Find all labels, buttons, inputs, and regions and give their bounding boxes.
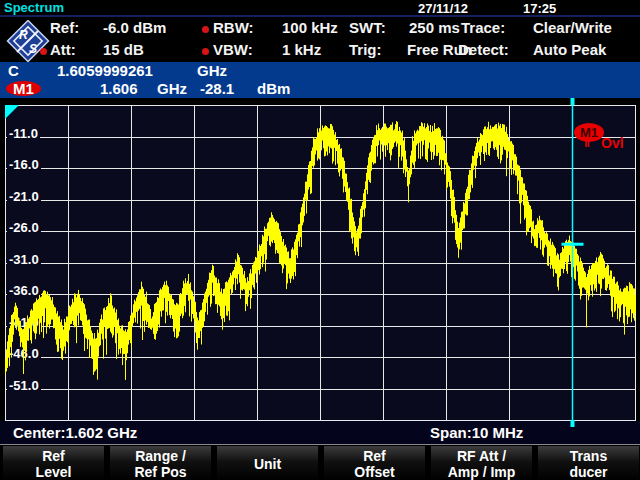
y-axis-label: -41.0 xyxy=(7,315,41,330)
setting-attenuation: Att:15 dB xyxy=(50,41,144,58)
softkey-transducer[interactable]: Transducer xyxy=(538,446,639,480)
spectrum-analyzer-screen: Spectrum 27/11/12 17:25 R S Ref:-6.0 dBm… xyxy=(0,0,640,480)
softkey-ref-level[interactable]: RefLevel xyxy=(3,446,104,480)
marker-ticks-icon: ‖ xyxy=(584,136,591,150)
softkey-rf-att-amp-imp[interactable]: RF Att /Amp / Imp xyxy=(431,446,532,480)
overload-label: Ovl xyxy=(601,135,624,151)
marker-readout-box: C 1.6059999261 GHz M1 1.606 GHz -28.1 dB… xyxy=(0,62,640,98)
svg-text:R: R xyxy=(19,28,28,42)
y-axis-label: -11.0 xyxy=(7,126,40,141)
setting-detector: Detect:Auto Peak xyxy=(458,41,606,58)
coupled-dot-icon xyxy=(202,48,209,55)
rohde-schwarz-logo-icon: R S xyxy=(5,20,51,62)
marker-overload-indicator: M1 ‖ Ovl xyxy=(574,123,634,157)
softkey-unit[interactable]: Unit xyxy=(217,446,318,480)
coupled-dot-icon xyxy=(40,48,47,55)
marker1-frequency-unit: GHz xyxy=(157,80,187,97)
setting-vbw: VBW:1 kHz xyxy=(213,41,321,58)
time-display: 17:25 xyxy=(523,1,556,16)
marker1-frequency: 1.606 xyxy=(100,80,138,97)
frequency-info-bar: Center:1.602 GHz Span:10 MHz xyxy=(0,421,640,444)
y-axis-label: -16.0 xyxy=(7,157,41,172)
coupled-dot-icon xyxy=(202,26,209,33)
center-marker-label: C xyxy=(8,62,19,79)
title-bar: Spectrum 27/11/12 17:25 xyxy=(0,0,640,15)
mode-title: Spectrum xyxy=(4,0,64,15)
center-frequency-label: Center:1.602 GHz xyxy=(13,424,137,441)
softkey-range-ref-pos[interactable]: Range /Ref Pos xyxy=(110,446,211,480)
y-axis-label: -26.0 xyxy=(7,220,41,235)
marker1-level: -28.1 xyxy=(200,80,234,97)
softkey-ref-offset[interactable]: RefOffset xyxy=(324,446,425,480)
setting-rbw: RBW:100 kHz xyxy=(213,19,338,36)
setting-trace-mode: Trace:Clear/Write xyxy=(461,19,612,36)
date-display: 27/11/12 xyxy=(418,1,468,16)
title-divider xyxy=(0,15,640,17)
softkey-bar: RefLevel Range /Ref Pos Unit RefOffset R… xyxy=(0,444,640,480)
span-label: Span:10 MHz xyxy=(430,424,523,441)
y-axis-label: -46.0 xyxy=(7,346,41,361)
y-axis-label: -36.0 xyxy=(7,283,41,298)
center-frequency-value: 1.6059999261 xyxy=(57,62,153,79)
y-axis-label: -31.0 xyxy=(7,252,41,267)
setting-sweep-time: SWT:250 ms xyxy=(349,19,460,36)
marker1-level-unit: dBm xyxy=(257,80,290,97)
y-axis-label: -51.0 xyxy=(7,378,41,393)
setting-trigger: Trig:Free Run xyxy=(349,41,472,58)
marker1-badge: M1 xyxy=(6,81,41,96)
setting-ref-level: Ref:-6.0 dBm xyxy=(50,19,166,36)
center-frequency-unit: GHz xyxy=(197,62,227,79)
svg-text:S: S xyxy=(29,42,37,56)
y-axis-label: -21.0 xyxy=(7,189,41,204)
